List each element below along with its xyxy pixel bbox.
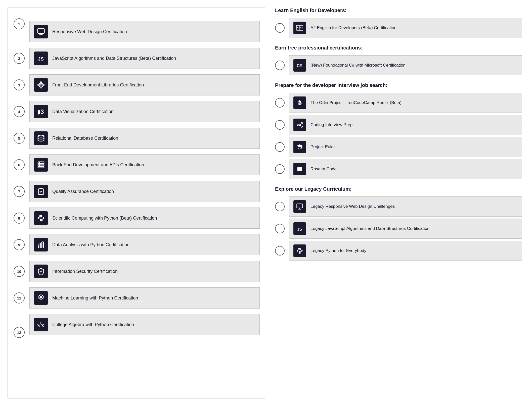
cert-card[interactable]: ◗3Data Visualization Certification bbox=[29, 101, 260, 122]
card-wrapper: Quality Assurance Certification bbox=[29, 178, 260, 205]
radio-button[interactable] bbox=[275, 98, 285, 108]
number-circle-7: 7 bbox=[14, 186, 25, 197]
cert-icon-d3: ◗3 bbox=[34, 105, 48, 118]
cert-item-row: 7Quality Assurance Certification bbox=[13, 178, 260, 205]
cert-item-row: 4◗3Data Visualization Certification bbox=[13, 98, 260, 125]
cert-card[interactable]: Data Analysis with Python Certification bbox=[29, 234, 260, 255]
radio-icon-js: JS bbox=[293, 222, 306, 235]
right-section-0: Learn English for Developers:A2ENA2 Engl… bbox=[275, 8, 522, 38]
right-panel: Learn English for Developers:A2ENA2 Engl… bbox=[273, 8, 524, 398]
cert-label: Quality Assurance Certification bbox=[52, 189, 114, 194]
spine-line-bottom bbox=[19, 64, 19, 72]
number-spine: 4 bbox=[13, 98, 25, 125]
cert-label: Front End Development Libraries Certific… bbox=[52, 82, 144, 88]
cert-card[interactable]: Information Security Certification bbox=[29, 261, 260, 282]
certification-list: 1Responsive Web Design Certification2JSJ… bbox=[13, 18, 260, 338]
radio-card[interactable]: C#(New) Foundational C# with Microsoft C… bbox=[289, 55, 522, 75]
svg-point-7 bbox=[38, 135, 44, 137]
spine-line-bottom bbox=[19, 224, 19, 231]
radio-button[interactable] bbox=[275, 23, 285, 33]
radio-button[interactable] bbox=[275, 61, 285, 70]
cert-card[interactable]: Scientific Computing with Python (Beta) … bbox=[29, 208, 260, 229]
svg-text:A2: A2 bbox=[297, 27, 299, 29]
radio-card[interactable]: Legacy Python for Everybody bbox=[289, 241, 522, 261]
card-wrapper: Machine Learning with Python Certificati… bbox=[29, 285, 260, 311]
cert-icon-monitor bbox=[34, 25, 48, 38]
number-spine: 1 bbox=[13, 18, 25, 45]
spine-line-top bbox=[19, 285, 19, 292]
radio-button[interactable] bbox=[275, 202, 285, 211]
radio-item: Project Euler bbox=[275, 137, 522, 157]
spine-line-top bbox=[19, 98, 19, 106]
radio-label: Project Euler bbox=[311, 144, 335, 149]
cert-label: Data Analysis with Python Certification bbox=[52, 242, 129, 247]
card-wrapper: Information Security Certification bbox=[29, 258, 260, 285]
radio-button[interactable] bbox=[275, 142, 285, 152]
cert-icon-sqrt: √x bbox=[34, 318, 48, 331]
cert-card[interactable]: Responsive Web Design Certification bbox=[29, 21, 260, 42]
right-section-1: Earn free professional certifications:C#… bbox=[275, 45, 522, 75]
card-wrapper: Scientific Computing with Python (Beta) … bbox=[29, 205, 260, 231]
number-spine: 8 bbox=[13, 205, 25, 231]
radio-card[interactable]: Coding Interview Prep bbox=[289, 115, 522, 135]
cert-card[interactable]: Relational Database Certification bbox=[29, 128, 260, 149]
spine-line-top bbox=[19, 178, 19, 186]
cert-card[interactable]: JSJavaScript Algorithms and Data Structu… bbox=[29, 48, 260, 69]
cert-item-row: 11Machine Learning with Python Certifica… bbox=[13, 285, 260, 311]
radio-card[interactable]: The Odin Project - freeCodeCamp Remix (B… bbox=[289, 93, 522, 113]
radio-button[interactable] bbox=[275, 224, 285, 233]
cert-card[interactable]: Back End Development and APIs Certificat… bbox=[29, 154, 260, 175]
svg-rect-16 bbox=[43, 242, 44, 248]
cert-item-row: 8Scientific Computing with Python (Beta)… bbox=[13, 205, 260, 231]
radio-label: (New) Foundational C# with Microsoft Cer… bbox=[311, 63, 406, 68]
number-circle-6: 6 bbox=[14, 159, 25, 170]
spine-line-top bbox=[19, 151, 19, 159]
number-spine: 7 bbox=[13, 178, 25, 205]
cert-label: Machine Learning with Python Certificati… bbox=[52, 295, 138, 301]
radio-icon-a2en: A2EN bbox=[293, 22, 306, 34]
radio-card[interactable]: Rosetta Code bbox=[289, 159, 522, 179]
cert-icon-python bbox=[34, 211, 48, 225]
spine-line-top bbox=[19, 311, 19, 327]
number-spine: 12 bbox=[13, 311, 25, 338]
radio-card[interactable]: JSLegacy JavaScript Algorithms and Data … bbox=[289, 219, 522, 239]
cert-label: Back End Development and APIs Certificat… bbox=[52, 162, 144, 168]
spine-line-bottom bbox=[19, 90, 19, 98]
svg-line-29 bbox=[300, 125, 301, 126]
cert-item-row: 6Back End Development and APIs Certifica… bbox=[13, 151, 260, 178]
svg-text:◗3: ◗3 bbox=[37, 108, 44, 115]
cert-card[interactable]: Quality Assurance Certification bbox=[29, 181, 260, 202]
number-circle-4: 4 bbox=[14, 106, 25, 117]
cert-card[interactable]: Front End Development Libraries Certific… bbox=[29, 74, 260, 95]
radio-item: JSLegacy JavaScript Algorithms and Data … bbox=[275, 219, 522, 239]
number-spine: 5 bbox=[13, 125, 25, 151]
svg-line-28 bbox=[300, 124, 301, 125]
svg-text:JS: JS bbox=[38, 56, 44, 62]
cert-item-row: 12√xCollege Algebra with Python Certific… bbox=[13, 311, 260, 338]
number-spine: 11 bbox=[13, 285, 25, 311]
radio-item: The Odin Project - freeCodeCamp Remix (B… bbox=[275, 93, 522, 113]
svg-rect-10 bbox=[38, 167, 44, 168]
number-circle-11: 11 bbox=[14, 292, 25, 303]
radio-card[interactable]: A2ENA2 English for Developers (Beta) Cer… bbox=[289, 18, 522, 38]
card-wrapper: Relational Database Certification bbox=[29, 125, 260, 151]
right-section-title: Learn English for Developers: bbox=[275, 8, 522, 14]
radio-label: A2 English for Developers (Beta) Certifi… bbox=[311, 25, 396, 30]
cert-card[interactable]: √xCollege Algebra with Python Certificat… bbox=[29, 314, 260, 335]
cert-label: Data Visualization Certification bbox=[52, 109, 114, 114]
number-circle-9: 9 bbox=[14, 239, 25, 250]
svg-text:JS: JS bbox=[297, 227, 302, 231]
radio-button[interactable] bbox=[275, 246, 285, 256]
radio-card[interactable]: Legacy Responsive Web Design Challenges bbox=[289, 196, 522, 217]
number-spine: 9 bbox=[13, 231, 25, 258]
radio-label: Legacy Responsive Web Design Challenges bbox=[311, 204, 395, 209]
radio-button[interactable] bbox=[275, 120, 285, 130]
card-wrapper: Data Analysis with Python Certification bbox=[29, 231, 260, 258]
radio-card[interactable]: Project Euler bbox=[289, 137, 522, 157]
radio-label: The Odin Project - freeCodeCamp Remix (B… bbox=[311, 100, 402, 105]
svg-rect-31 bbox=[297, 167, 302, 171]
cert-card[interactable]: Machine Learning with Python Certificati… bbox=[29, 287, 260, 309]
number-circle-10: 10 bbox=[14, 266, 25, 277]
radio-button[interactable] bbox=[275, 164, 285, 174]
radio-item: Legacy Responsive Web Design Challenges bbox=[275, 196, 522, 217]
